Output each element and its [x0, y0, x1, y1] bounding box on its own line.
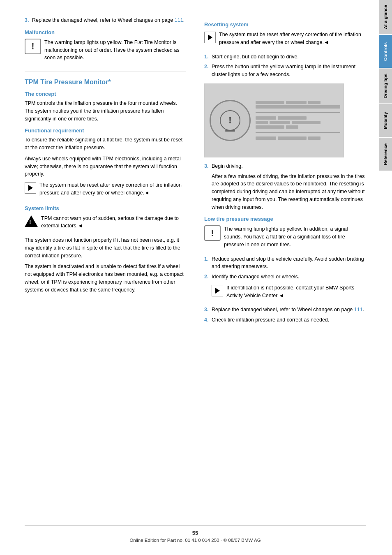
- display-row-1: [256, 101, 340, 104]
- display-block: [270, 121, 290, 124]
- step1-text: Start engine, but do not begin to drive.: [212, 53, 299, 61]
- display-row-2: [256, 105, 340, 109]
- display-row-6: [256, 136, 340, 140]
- warning-symbol: [220, 110, 240, 131]
- display-block-full: [256, 105, 340, 109]
- right-column: Resetting system The system must be rese…: [200, 16, 366, 517]
- functional-para2: Always use wheels equipped with TPM elec…: [25, 155, 186, 178]
- display-block: [292, 121, 321, 124]
- display-block: [286, 125, 298, 129]
- step3-num: 3.: [204, 162, 212, 170]
- low-step1-text: Reduce speed and stop the vehicle carefu…: [212, 255, 366, 271]
- footer: 55 Online Edition for Part no. 01 41 0 0…: [25, 525, 366, 543]
- resetting-heading: Resetting system: [204, 21, 366, 28]
- display-block: [286, 101, 307, 104]
- step2-text: Press the button until the yellow warnin…: [212, 63, 366, 79]
- malfunction-heading: Malfunction: [25, 29, 186, 35]
- functional-heading: Functional requirement: [25, 127, 186, 134]
- system-limits-heading: System limits: [25, 205, 186, 211]
- footer-text: Online Edition for Part no. 01 41 0 014 …: [129, 538, 261, 543]
- main-content: 3. Replace the damaged wheel, refer to W…: [0, 0, 378, 555]
- system-limits-warning: TPM cannot warn you of sudden, serious t…: [25, 215, 186, 234]
- low-step3-text: Replace the damaged wheel, refer to Whee…: [212, 306, 364, 314]
- step-text: Replace the damaged wheel, refer to Whee…: [32, 16, 184, 24]
- low-tire-warning-text: The warning lamp lights up yellow. In ad…: [224, 225, 366, 248]
- functional-para1: To ensure the reliable signaling of a fl…: [25, 136, 186, 152]
- low-step-1: 1. Reduce speed and stop the vehicle car…: [204, 255, 366, 271]
- resetting-notice: The system must be reset after every cor…: [204, 31, 366, 50]
- play-icon: [25, 182, 36, 194]
- display-block: [256, 121, 268, 124]
- low-step2-text: Identify the damaged wheel or wheels.: [212, 273, 299, 281]
- top-step-3: 3. Replace the damaged wheel, refer to W…: [25, 16, 186, 24]
- display-block: [308, 136, 321, 140]
- display-row-5: [256, 125, 340, 129]
- tab-reference[interactable]: Reference: [379, 138, 392, 171]
- play-icon-2: [212, 285, 223, 296]
- tab-driving-tips[interactable]: Driving tips: [379, 69, 392, 104]
- divider-2: [256, 132, 340, 133]
- low-step3-num: 3.: [204, 306, 212, 314]
- step-num: 3.: [25, 16, 32, 24]
- low-tire-heading: Low tire pressure message: [204, 216, 366, 222]
- display-block: [256, 136, 276, 140]
- gauge-left: [210, 100, 251, 141]
- two-column-layout: 3. Replace the damaged wheel, refer to W…: [25, 16, 366, 517]
- malfunction-icon: !: [25, 39, 41, 54]
- divider: [256, 112, 340, 113]
- malfunction-text: The warning lamp lights up yellow. The F…: [44, 39, 186, 62]
- page-number: 55: [25, 530, 366, 536]
- cluster-inner: [205, 84, 344, 157]
- malfunction-notice: ! The warning lamp lights up yellow. The…: [25, 39, 186, 65]
- functional-notice-text: The system must be reset after every cor…: [39, 181, 186, 197]
- tab-mobility[interactable]: Mobility: [379, 104, 392, 137]
- display-row-3: [256, 116, 340, 120]
- low-step-4: 4. Check tire inflation pressure and cor…: [204, 316, 366, 324]
- arrow-icon-resetting: [208, 35, 212, 40]
- low-step1-num: 1.: [204, 255, 212, 271]
- step3-after-text: After a few minutes of driving, the tire…: [212, 173, 366, 211]
- display-block: [278, 116, 307, 120]
- arrow-icon-2: [215, 288, 220, 294]
- display-block: [256, 116, 276, 120]
- display-block: [308, 101, 321, 104]
- step-2: 2. Press the button until the yellow war…: [204, 63, 366, 79]
- page-wrapper: At a glance Controls Driving tips Mobili…: [0, 0, 392, 555]
- step-1: 1. Start engine, but do not begin to dri…: [204, 53, 366, 61]
- instrument-cluster-image: [204, 83, 344, 157]
- low-tire-icon: !: [204, 225, 221, 241]
- resetting-notice-text: The system must be reset after every cor…: [219, 31, 366, 46]
- tpm-heading: TPM Tire Pressure Monitor*: [25, 79, 186, 86]
- display-block: [256, 101, 284, 104]
- display-right: [251, 97, 344, 143]
- step2-num: 2.: [204, 63, 212, 79]
- low-step-2: 2. Identify the damaged wheel or wheels.: [204, 273, 366, 281]
- low-step-2-notice: If identification is not possible, conta…: [212, 284, 366, 303]
- low-step2-num: 2.: [204, 273, 212, 281]
- section-divider: [25, 72, 186, 72]
- page-link-111-low[interactable]: 111: [354, 307, 363, 312]
- low-step4-text: Check tire inflation pressure and correc…: [212, 316, 329, 324]
- display-block: [256, 125, 284, 129]
- system-limits-para1: The system does not function properly if…: [25, 236, 186, 259]
- page-link-111[interactable]: 111: [175, 17, 183, 23]
- concept-heading: The concept: [25, 91, 186, 97]
- step-3: 3. Begin driving.: [204, 162, 366, 170]
- low-step4-num: 4.: [204, 316, 212, 324]
- left-column: 3. Replace the damaged wheel, refer to W…: [25, 16, 190, 517]
- step3-text: Begin driving.: [212, 162, 243, 170]
- low-step-3: 3. Replace the damaged wheel, refer to W…: [204, 306, 366, 314]
- triangle-warning-icon: [25, 215, 38, 227]
- concept-text: TPM controls the tire inflation pressure…: [25, 99, 186, 123]
- system-limits-warning-text: TPM cannot warn you of sudden, serious t…: [41, 215, 186, 230]
- play-icon-resetting: [204, 32, 216, 43]
- tab-controls[interactable]: Controls: [379, 35, 392, 68]
- low-step2-notice-text: If identification is not possible, conta…: [226, 284, 366, 300]
- arrow-icon: [28, 185, 33, 191]
- display-block: [278, 136, 307, 140]
- tab-at-a-glance[interactable]: At a glance: [379, 0, 392, 34]
- display-row-4: [256, 121, 340, 124]
- low-tire-warning: ! The warning lamp lights up yellow. In …: [204, 225, 366, 252]
- side-tabs: At a glance Controls Driving tips Mobili…: [379, 0, 392, 555]
- step1-num: 1.: [204, 53, 212, 61]
